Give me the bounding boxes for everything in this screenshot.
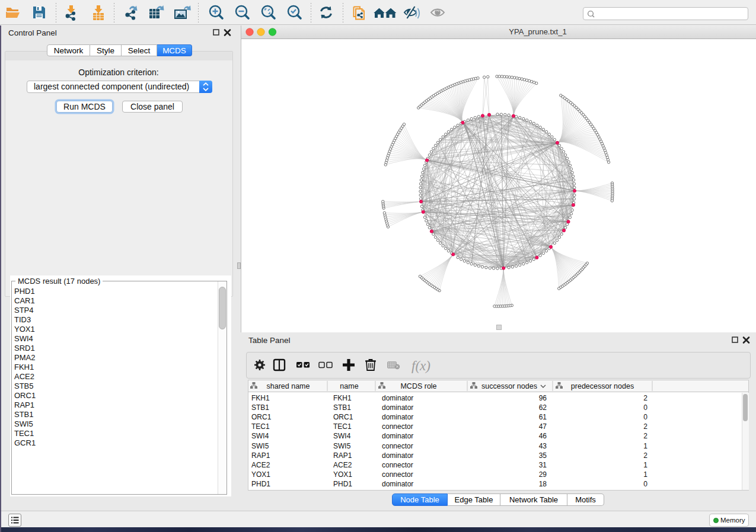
svg-text:61: 61 [539, 413, 547, 421]
svg-text:RAP1: RAP1 [251, 451, 270, 460]
svg-text:dominator: dominator [382, 451, 413, 460]
svg-text:STB1: STB1 [333, 403, 351, 412]
svg-text:dominator: dominator [382, 480, 413, 488]
svg-text:62: 62 [539, 403, 547, 412]
svg-text:FKH1: FKH1 [251, 394, 270, 402]
svg-text:29: 29 [539, 470, 547, 479]
svg-text:SWI5: SWI5 [333, 442, 351, 450]
svg-text:TEC1: TEC1 [333, 422, 352, 431]
svg-text:connector: connector [382, 470, 413, 479]
svg-text:connector: connector [382, 461, 413, 469]
svg-text:18: 18 [539, 480, 547, 488]
svg-text:FKH1: FKH1 [333, 394, 352, 402]
svg-text:dominator: dominator [382, 403, 413, 412]
svg-text:TEC1: TEC1 [251, 422, 270, 431]
svg-text:PHD1: PHD1 [251, 480, 270, 488]
svg-text:0: 0 [643, 480, 647, 488]
svg-text:1: 1 [643, 470, 647, 479]
svg-text:MCDS role: MCDS role [400, 382, 436, 390]
svg-text:connector: connector [382, 422, 413, 431]
svg-text:SWI5: SWI5 [251, 442, 269, 450]
svg-text:43: 43 [539, 442, 547, 450]
svg-text:f(x): f(x) [412, 358, 430, 373]
svg-text:ACE2: ACE2 [333, 461, 352, 469]
svg-text:ORC1: ORC1 [251, 413, 272, 421]
svg-text:2: 2 [643, 451, 647, 460]
svg-text:2: 2 [643, 422, 647, 431]
svg-text:YOX1: YOX1 [251, 470, 270, 479]
svg-text:2: 2 [643, 432, 647, 440]
svg-text:name: name [340, 382, 358, 390]
svg-text:ACE2: ACE2 [251, 461, 270, 469]
svg-text:0: 0 [643, 413, 647, 421]
svg-text:96: 96 [539, 394, 547, 402]
svg-text:1: 1 [643, 442, 647, 450]
svg-text:shared name: shared name [267, 382, 310, 390]
svg-text:31: 31 [539, 461, 547, 469]
svg-text:SWI4: SWI4 [333, 432, 351, 440]
svg-text:predecessor nodes: predecessor nodes [571, 382, 634, 390]
svg-text:dominator: dominator [382, 432, 413, 440]
svg-text:connector: connector [382, 442, 413, 450]
svg-text:PHD1: PHD1 [333, 480, 352, 488]
svg-text:dominator: dominator [382, 394, 413, 402]
svg-text:RAP1: RAP1 [333, 451, 352, 460]
svg-text:YOX1: YOX1 [333, 470, 352, 479]
svg-text:STB1: STB1 [251, 403, 269, 412]
svg-text:successor nodes: successor nodes [481, 382, 537, 390]
svg-text:ORC1: ORC1 [333, 413, 353, 421]
svg-text:46: 46 [539, 432, 547, 440]
svg-text:dominator: dominator [382, 413, 413, 421]
svg-text:47: 47 [539, 422, 547, 431]
svg-text:2: 2 [643, 394, 647, 402]
svg-text:0: 0 [643, 403, 647, 412]
svg-text:SWI4: SWI4 [251, 432, 269, 440]
svg-text:1: 1 [643, 461, 647, 469]
svg-text:35: 35 [539, 451, 547, 460]
